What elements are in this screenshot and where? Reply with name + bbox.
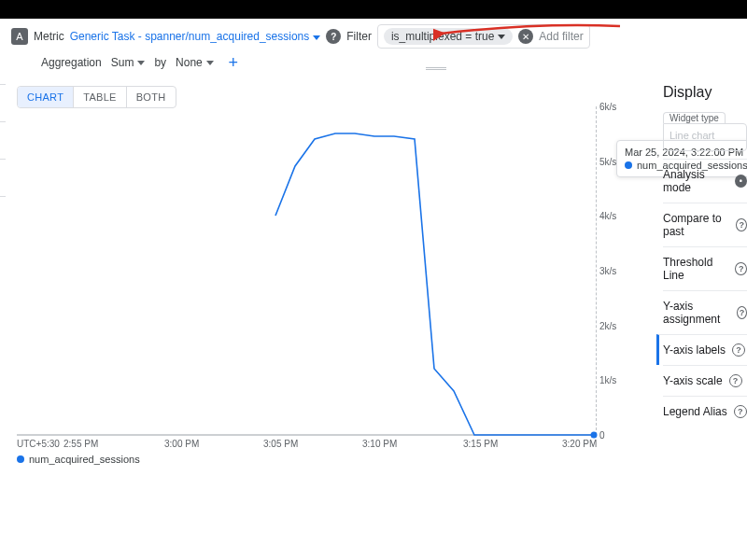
- widget-type-label: Widget type: [663, 112, 726, 123]
- left-gutter: [0, 84, 6, 457]
- legend-dot-icon: [625, 161, 632, 169]
- filter-label: Filter: [346, 30, 372, 43]
- help-icon: ?: [736, 218, 747, 231]
- hover-point: [591, 432, 598, 439]
- caret-down-icon: [313, 35, 320, 40]
- chart-area: 0 1k/s 2k/s 3k/s 4k/s 5k/s 6k/s UTC+5:30…: [17, 84, 620, 454]
- side-item-yaxis-labels[interactable]: Y-axis labels?: [656, 334, 747, 365]
- drag-handle-icon[interactable]: [426, 67, 446, 70]
- add-filter-input[interactable]: Add filter: [539, 30, 583, 43]
- legend-dot-icon: [17, 455, 24, 463]
- filter-box: is_multiplexed = true ✕ Add filter: [377, 24, 590, 49]
- help-icon: ?: [735, 262, 747, 275]
- remove-filter-button[interactable]: ✕: [518, 29, 533, 44]
- side-item-yaxis-scale[interactable]: Y-axis scale?: [663, 365, 747, 396]
- side-item-compare-to-past[interactable]: Compare to past?: [663, 203, 747, 246]
- help-icon: ?: [734, 405, 747, 418]
- series-badge: A: [11, 28, 28, 45]
- filter-chip[interactable]: is_multiplexed = true: [384, 28, 513, 45]
- chart-legend[interactable]: num_acquired_sessions: [17, 454, 140, 465]
- toggle-icon: •: [735, 175, 747, 188]
- aggregation-by-label: by: [154, 56, 166, 69]
- side-item-yaxis-assignment[interactable]: Y-axis assignment?: [663, 290, 747, 334]
- aggregation-func-dropdown[interactable]: Sum: [107, 54, 149, 71]
- help-icon: ?: [732, 343, 745, 357]
- aggregation-group-dropdown[interactable]: None: [172, 54, 218, 71]
- caret-down-icon: [498, 35, 505, 39]
- help-icon: ?: [729, 374, 742, 387]
- side-item-legend-alias[interactable]: Legend Alias?: [663, 396, 747, 427]
- metric-selector[interactable]: Generic Task - spanner/num_acquired_sess…: [70, 30, 321, 43]
- help-icon: ?: [737, 306, 747, 319]
- help-icon[interactable]: ?: [326, 29, 341, 44]
- metric-label: Metric: [34, 30, 64, 43]
- caret-down-icon: [206, 61, 214, 65]
- aggregation-label: Aggregation: [41, 56, 102, 69]
- caret-down-icon: [137, 61, 145, 65]
- side-item-threshold-line[interactable]: Threshold Line?: [663, 246, 747, 290]
- widget-type-dropdown[interactable]: Line chart: [663, 123, 747, 151]
- add-aggregation-button[interactable]: +: [223, 52, 244, 73]
- side-item-analysis-mode[interactable]: Analysis mode•: [663, 159, 747, 203]
- line-chart[interactable]: [17, 106, 614, 442]
- display-panel: Display Widget type Line chart Analysis …: [663, 84, 747, 427]
- display-panel-title: Display: [663, 84, 747, 101]
